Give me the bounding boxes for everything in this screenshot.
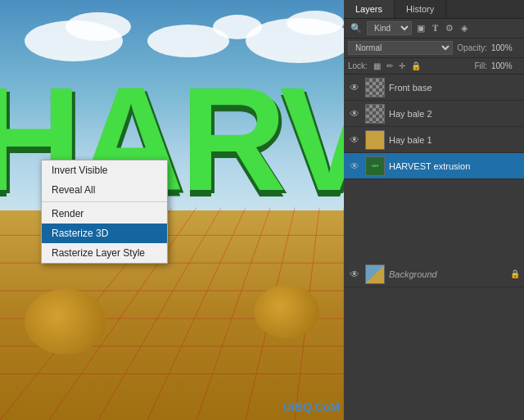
lock-paint-icon[interactable]: ✏ (385, 61, 395, 71)
layer-visibility-toggle[interactable]: 👁 (348, 133, 361, 147)
hay-bale-left (25, 289, 106, 355)
filter-icon2[interactable]: 𝐓 (430, 22, 440, 34)
layer-name: Background (389, 269, 510, 279)
opacity-label: Opacity: (457, 43, 487, 52)
blend-mode-row: Normal Opacity: 100% (344, 38, 524, 58)
layer-visibility-toggle[interactable]: 👁 (348, 81, 361, 94)
lock-all-icon[interactable]: 🔒 (409, 61, 422, 71)
layer-visibility-toggle[interactable]: 👁 (348, 107, 361, 120)
lock-icon: 🔒 (510, 269, 520, 278)
layer-thumbnail (365, 130, 385, 150)
layer-name: Front base (389, 83, 520, 93)
lock-row: Lock: ▦ ✏ ✛ 🔒 Fill: 100% (344, 58, 524, 75)
panels-area: Layers History 🔍 Kind ▣ 𝐓 ⚙ ◈ Normal Opa… (344, 0, 524, 420)
fill-label: Fill: (474, 61, 487, 70)
main-container: HARV UiBQ.CoM Layers History 🔍 Kind ▣ 𝐓 … (0, 0, 524, 420)
search-icon: 🔍 (348, 22, 364, 34)
layer-item[interactable]: 👁 Hay bale 2 (344, 101, 524, 127)
toolbar-row: 🔍 Kind ▣ 𝐓 ⚙ ◈ (344, 19, 524, 38)
fill-value: 100% (491, 61, 520, 70)
layer-item[interactable]: 👁 HAR HARVEST extrusion (344, 153, 524, 179)
kind-dropdown[interactable]: Kind (367, 21, 412, 35)
tab-layers[interactable]: Layers (344, 0, 395, 18)
layer-thumbnail (365, 78, 385, 97)
layer-list: 👁 Front base 👁 Hay bale 2 👁 Hay bale 1 👁… (344, 75, 524, 420)
layer-thumbnail: HAR (365, 156, 385, 176)
filter-icon4[interactable]: ◈ (458, 22, 470, 34)
tab-history[interactable]: History (395, 0, 446, 18)
layer-item[interactable]: 👁 Background 🔒 (344, 261, 524, 287)
layer-name: Hay bale 2 (389, 109, 520, 119)
blend-mode-dropdown[interactable]: Normal (348, 41, 453, 55)
opacity-value: 100% (491, 43, 520, 52)
lock-label: Lock: (348, 61, 368, 70)
filter-icon1[interactable]: ▣ (414, 22, 427, 34)
layer-name: Hay bale 1 (389, 135, 520, 145)
layer-name: HARVEST extrusion (389, 161, 520, 171)
layer-thumbnail (365, 104, 385, 124)
tab-bar: Layers History (344, 0, 524, 19)
watermark: UiBQ.CoM (283, 400, 340, 413)
layer-item[interactable]: 👁 Hay bale 1 (344, 127, 524, 153)
lock-icons: ▦ ✏ ✛ 🔒 (372, 61, 471, 71)
layer-visibility-toggle[interactable]: 👁 (348, 160, 361, 173)
lock-position-icon[interactable]: ✛ (397, 61, 407, 71)
filter-icon3[interactable]: ⚙ (443, 22, 456, 34)
hay-bale-right (254, 285, 319, 338)
lock-transparent-icon[interactable]: ▦ (372, 61, 382, 71)
layer-thumbnail (365, 264, 385, 284)
layer-item[interactable]: 👁 Front base (344, 75, 524, 101)
layer-visibility-toggle[interactable]: 👁 (348, 268, 361, 281)
